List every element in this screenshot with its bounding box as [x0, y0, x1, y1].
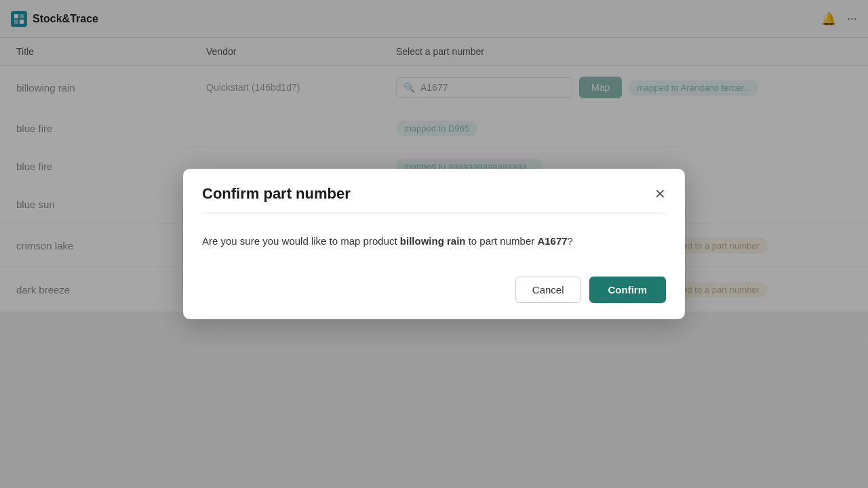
- dialog-body-prefix: Are you sure you would like to map produ…: [202, 235, 400, 247]
- confirm-button[interactable]: Confirm: [589, 277, 667, 303]
- dialog-body-suffix: ?: [568, 235, 573, 247]
- dialog-part-number: A1677: [537, 235, 567, 247]
- dialog-footer: Cancel Confirm: [183, 266, 685, 319]
- dialog-body: Are you sure you would like to map produ…: [183, 214, 685, 266]
- dialog-title: Confirm part number: [202, 185, 351, 203]
- dialog-header: Confirm part number ✕: [183, 169, 685, 214]
- dialog-product-name: billowing rain: [400, 235, 466, 247]
- dialog-body-middle: to part number: [466, 235, 538, 247]
- confirm-dialog: Confirm part number ✕ Are you sure you w…: [183, 169, 685, 319]
- close-button[interactable]: ✕: [654, 186, 666, 202]
- modal-overlay: Confirm part number ✕ Are you sure you w…: [0, 0, 868, 488]
- cancel-button[interactable]: Cancel: [515, 277, 581, 303]
